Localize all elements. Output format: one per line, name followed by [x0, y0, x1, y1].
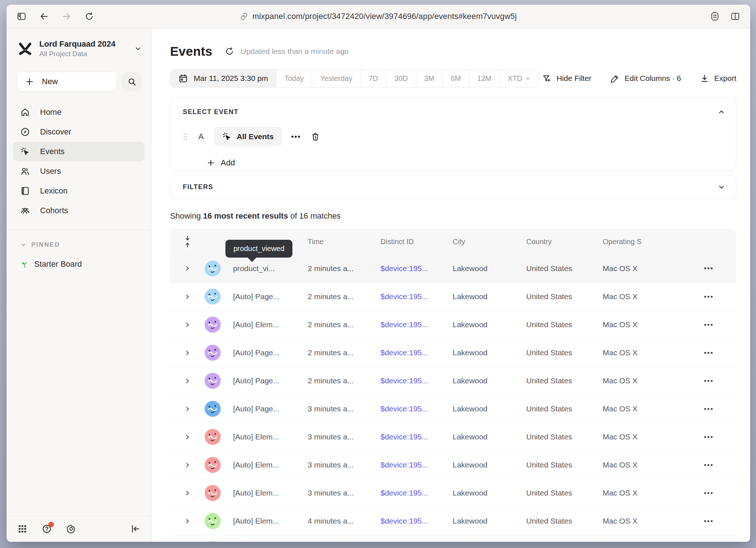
search-button[interactable]	[122, 72, 142, 91]
sidebar-item-events[interactable]: Events	[13, 142, 145, 161]
chevron-up-icon[interactable]	[718, 108, 725, 116]
event-avatar	[205, 513, 221, 529]
split-view-icon[interactable]	[731, 12, 740, 21]
row-expand-chevron-icon[interactable]	[184, 490, 190, 496]
distinct-id-link[interactable]: $device:195...	[381, 348, 428, 357]
row-more-button[interactable]: •••	[704, 377, 713, 385]
row-expand-chevron-icon[interactable]	[184, 406, 190, 412]
back-button[interactable]	[39, 12, 49, 21]
col-header-distinct-id[interactable]: Distinct ID	[381, 238, 453, 246]
table-row[interactable]: [Auto] Page... 2 minutes a... $device:19…	[170, 282, 736, 310]
add-event-button[interactable]: Add	[207, 158, 235, 168]
row-expand-chevron-icon[interactable]	[184, 462, 190, 468]
row-more-button[interactable]: •••	[704, 321, 713, 329]
sidebar-item-users[interactable]: Users	[13, 161, 145, 181]
settings-gear-icon[interactable]	[66, 524, 76, 534]
table-row[interactable]: [Auto] Elem... 3 minutes a... $device:19…	[170, 479, 736, 507]
collapse-sidebar-icon[interactable]	[130, 524, 140, 534]
preset-12m[interactable]: 12M	[469, 70, 499, 87]
drag-handle-icon[interactable]	[183, 133, 188, 141]
preset-yesterday[interactable]: Yesterday	[312, 70, 360, 87]
table-row[interactable]: [Auto] Page... 2 minutes a... $device:19…	[170, 338, 736, 367]
project-switcher[interactable]: Lord Farquaad 2024 All Project Data	[7, 39, 151, 58]
table-row[interactable]: [Auto] Elem... 2 minutes a... $device:19…	[170, 310, 736, 338]
main-content: Events Updated less than a minute ago Ma…	[151, 28, 750, 542]
edit-columns-button[interactable]: Edit Columns · 6	[610, 74, 681, 83]
reload-button[interactable]	[84, 12, 94, 21]
distinct-id-link[interactable]: $device:195...	[381, 292, 428, 301]
preset-30d[interactable]: 30D	[386, 70, 416, 87]
expand-collapse-all-icon[interactable]	[184, 235, 191, 248]
distinct-id-link[interactable]: $device:195...	[381, 264, 428, 273]
event-avatar	[205, 485, 221, 501]
row-more-button[interactable]: •••	[704, 293, 713, 301]
distinct-id-link[interactable]: $device:195...	[381, 404, 428, 413]
col-header-os[interactable]: Operating S	[603, 238, 681, 246]
row-more-button[interactable]: •••	[704, 433, 713, 441]
table-row[interactable]: [Auto] Page... 3 minutes a... $device:19…	[170, 395, 736, 423]
date-current-button[interactable]: Mar 11, 2025 3:30 pm	[170, 70, 276, 87]
avatar-face	[205, 317, 221, 333]
row-more-button[interactable]: •••	[704, 265, 713, 272]
sidebar-item-starter-board[interactable]: Starter Board	[20, 259, 151, 269]
sidebar-item-discover[interactable]: Discover	[13, 122, 145, 142]
table-row[interactable]: [Auto] Elem... 3 minutes a... $device:19…	[170, 451, 736, 479]
export-button[interactable]: Export	[700, 74, 736, 83]
all-events-chip[interactable]: All Events	[214, 127, 282, 146]
sidebar-footer	[7, 516, 151, 542]
distinct-id-link[interactable]: $device:195...	[381, 489, 428, 497]
address-bar[interactable]: mixpanel.com/project/3472420/view/397469…	[240, 12, 517, 21]
event-more-button[interactable]: •••	[291, 133, 301, 141]
preset-today[interactable]: Today	[276, 70, 312, 87]
notification-badge	[48, 522, 54, 527]
trash-icon[interactable]	[311, 132, 320, 141]
row-expand-chevron-icon[interactable]	[184, 265, 190, 271]
country-cell: United States	[526, 461, 603, 469]
hide-filter-label: Hide Filter	[556, 74, 591, 83]
sidebar-item-lexicon[interactable]: Lexicon	[13, 181, 145, 201]
table-row[interactable]: [Auto] Page... 2 minutes a... $device:19…	[170, 367, 736, 395]
col-header-city[interactable]: City	[453, 238, 526, 246]
row-expand-chevron-icon[interactable]	[184, 350, 190, 356]
preset-3m[interactable]: 3M	[416, 70, 442, 87]
row-expand-chevron-icon[interactable]	[184, 322, 190, 328]
row-more-button[interactable]: •••	[704, 349, 713, 357]
new-button[interactable]: New	[17, 72, 117, 91]
distinct-id-link[interactable]: $device:195...	[381, 517, 428, 525]
distinct-id-link[interactable]: $device:195...	[381, 376, 428, 385]
row-more-button[interactable]: •••	[704, 405, 713, 413]
table-row[interactable]: [Auto] Elem... 3 minutes a... $device:19…	[170, 423, 736, 451]
row-expand-chevron-icon[interactable]	[184, 294, 190, 300]
hide-filter-button[interactable]: Hide Filter	[542, 74, 591, 83]
row-expand-chevron-icon[interactable]	[184, 518, 190, 524]
col-header-time[interactable]: Time	[308, 238, 381, 246]
distinct-id-link[interactable]: $device:195...	[381, 461, 428, 469]
row-more-button[interactable]: •••	[704, 489, 713, 497]
preset-6m[interactable]: 6M	[442, 70, 469, 87]
distinct-id-link[interactable]: $device:195...	[381, 432, 428, 441]
pinned-section-header[interactable]: PINNED	[20, 241, 151, 248]
event-avatar	[205, 401, 221, 417]
pinned-label: PINNED	[31, 241, 60, 248]
col-header-country[interactable]: Country	[526, 238, 603, 246]
row-expand-chevron-icon[interactable]	[184, 434, 190, 440]
table-row[interactable]	[170, 535, 736, 542]
chevron-down-icon[interactable]	[718, 184, 725, 191]
sidebar-item-cohorts[interactable]: Cohorts	[13, 201, 145, 220]
preset-xtd[interactable]: XTD	[499, 70, 539, 87]
row-more-button[interactable]: •••	[704, 461, 713, 469]
country-cell: United States	[526, 489, 603, 497]
row-more-button[interactable]: •••	[704, 517, 713, 525]
browser-sidebar-toggle-icon[interactable]	[17, 12, 26, 21]
apps-grid-icon[interactable]	[17, 524, 27, 534]
refresh-icon[interactable]	[225, 47, 234, 56]
table-row[interactable]: [Auto] Elem... 4 minutes a... $device:19…	[170, 507, 736, 535]
sidebar-item-home[interactable]: Home	[13, 102, 145, 122]
row-expand-chevron-icon[interactable]	[184, 378, 190, 384]
page-settings-icon[interactable]	[710, 12, 720, 21]
events-table: product_viewed Time Distinct ID	[170, 229, 736, 542]
help-button[interactable]	[42, 524, 52, 534]
forward-button[interactable]	[62, 12, 71, 21]
distinct-id-link[interactable]: $device:195...	[381, 320, 428, 329]
preset-7d[interactable]: 7D	[361, 70, 386, 87]
